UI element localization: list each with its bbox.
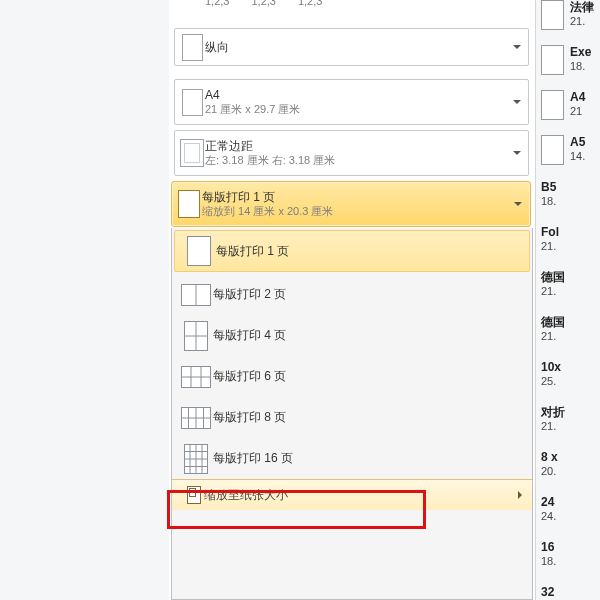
menu-item-16-page[interactable]: 每版打印 16 页: [172, 438, 532, 479]
pages-selected-sub: 缩放到 14 厘米 x 20.3 厘米: [202, 205, 333, 219]
size-title: 对折: [541, 405, 565, 420]
paper-size-item[interactable]: A514.: [541, 135, 599, 174]
print-settings-panel: 1,2,3 1,2,3 1,2,3 纵向 A4 21 厘米 x 29.7 厘米 …: [169, 0, 536, 600]
margins-title: 正常边距: [205, 139, 335, 154]
menu-label: 每版打印 1 页: [216, 243, 289, 260]
menu-label: 每版打印 16 页: [213, 450, 293, 467]
pages-per-sheet-menu: 每版打印 1 页 每版打印 2 页 每版打印 4 页 每版打印 6 页 每版打印…: [171, 228, 533, 600]
paper-size-item[interactable]: 法律21.: [541, 0, 599, 39]
paper-size-item[interactable]: 2424.: [541, 495, 599, 534]
size-sub: 21.: [541, 420, 565, 434]
size-sub: 14.: [570, 150, 585, 164]
paper-size-item[interactable]: Fol21.: [541, 225, 599, 264]
paper-size-list: 法律21.Exe18.A421A514.B518.Fol21.德国21.德国21…: [541, 0, 599, 600]
page-icon: [541, 90, 564, 120]
collated-1: 1,2,3: [205, 0, 229, 7]
size-sub: 21: [570, 105, 585, 119]
grid-4-icon: [179, 321, 213, 351]
chevron-down-icon: [513, 100, 521, 104]
pages-selected-title: 每版打印 1 页: [202, 190, 333, 205]
size-title: 24: [541, 495, 556, 510]
paper-size-item[interactable]: 德国21.: [541, 270, 599, 309]
grid-6-icon: [179, 362, 213, 392]
size-sub: 18.: [541, 555, 556, 569]
menu-item-4-page[interactable]: 每版打印 4 页: [172, 315, 532, 356]
collated-3: 1,2,3: [298, 0, 322, 7]
scale-icon: [184, 486, 204, 504]
size-title: 32: [541, 585, 556, 600]
orientation-label: 纵向: [205, 40, 229, 55]
chevron-down-icon: [513, 151, 521, 155]
size-sub: 21.: [541, 285, 565, 299]
svg-rect-1: [188, 237, 211, 266]
page-icon: [179, 87, 205, 117]
svg-rect-0: [179, 191, 200, 218]
margins-icon: [179, 138, 205, 168]
collated-preview: 1,2,3 1,2,3 1,2,3: [174, 0, 529, 7]
margins-sub: 左: 3.18 厘米 右: 3.18 厘米: [205, 154, 335, 168]
paper-size-dropdown[interactable]: A4 21 厘米 x 29.7 厘米: [174, 79, 529, 125]
orientation-dropdown[interactable]: 纵向: [174, 28, 529, 66]
size-title: 8 x: [541, 450, 558, 465]
size-sub: 18.: [541, 195, 556, 209]
paper-size-item[interactable]: 3218.: [541, 585, 599, 600]
paper-size-item[interactable]: 对折21.: [541, 405, 599, 444]
paper-size-item[interactable]: B518.: [541, 180, 599, 219]
paper-size-item[interactable]: 10x25.: [541, 360, 599, 399]
size-sub: 21.: [570, 15, 594, 29]
menu-label: 每版打印 6 页: [213, 368, 286, 385]
size-title: 10x: [541, 360, 561, 375]
chevron-down-icon: [513, 45, 521, 49]
size-sub: 20.: [541, 465, 558, 479]
scale-label: 缩放至纸张大小: [204, 487, 288, 504]
chevron-down-icon: [514, 202, 522, 206]
menu-item-8-page[interactable]: 每版打印 8 页: [172, 397, 532, 438]
grid-2-icon: [179, 280, 213, 310]
size-sub: 24.: [541, 510, 556, 524]
paper-sub: 21 厘米 x 29.7 厘米: [205, 103, 300, 117]
grid-8-icon: [179, 403, 213, 433]
page-icon: [541, 0, 564, 30]
size-sub: 18.: [570, 60, 591, 74]
size-title: Exe: [570, 45, 591, 60]
size-title: A4: [570, 90, 585, 105]
grid-16-icon: [179, 444, 213, 474]
pages-per-sheet-dropdown[interactable]: 每版打印 1 页 缩放到 14 厘米 x 20.3 厘米: [171, 181, 531, 227]
menu-label: 每版打印 8 页: [213, 409, 286, 426]
menu-label: 每版打印 4 页: [213, 327, 286, 344]
grid-1-icon: [182, 236, 216, 266]
page-icon: [541, 135, 564, 165]
menu-item-1-page[interactable]: 每版打印 1 页: [174, 230, 530, 272]
size-sub: 21.: [541, 240, 559, 254]
size-title: 法律: [570, 0, 594, 15]
menu-item-2-page[interactable]: 每版打印 2 页: [172, 274, 532, 315]
paper-size-item[interactable]: 8 x20.: [541, 450, 599, 489]
page-portrait-icon: [179, 32, 205, 62]
paper-size-item[interactable]: Exe18.: [541, 45, 599, 84]
paper-size-item[interactable]: A421: [541, 90, 599, 129]
size-title: 16: [541, 540, 556, 555]
page-icon: [176, 189, 202, 219]
collated-2: 1,2,3: [251, 0, 275, 7]
size-title: B5: [541, 180, 556, 195]
size-title: 德国: [541, 315, 565, 330]
menu-item-6-page[interactable]: 每版打印 6 页: [172, 356, 532, 397]
size-sub: 21.: [541, 330, 565, 344]
paper-size-item[interactable]: 1618.: [541, 540, 599, 579]
paper-size-item[interactable]: 德国21.: [541, 315, 599, 354]
size-sub: 25.: [541, 375, 561, 389]
menu-label: 每版打印 2 页: [213, 286, 286, 303]
page-icon: [541, 45, 564, 75]
size-title: 德国: [541, 270, 565, 285]
paper-title: A4: [205, 88, 300, 103]
size-title: A5: [570, 135, 585, 150]
margins-dropdown[interactable]: 正常边距 左: 3.18 厘米 右: 3.18 厘米: [174, 130, 529, 176]
size-title: Fol: [541, 225, 559, 240]
scale-to-paper-submenu[interactable]: 缩放至纸张大小: [172, 479, 532, 510]
